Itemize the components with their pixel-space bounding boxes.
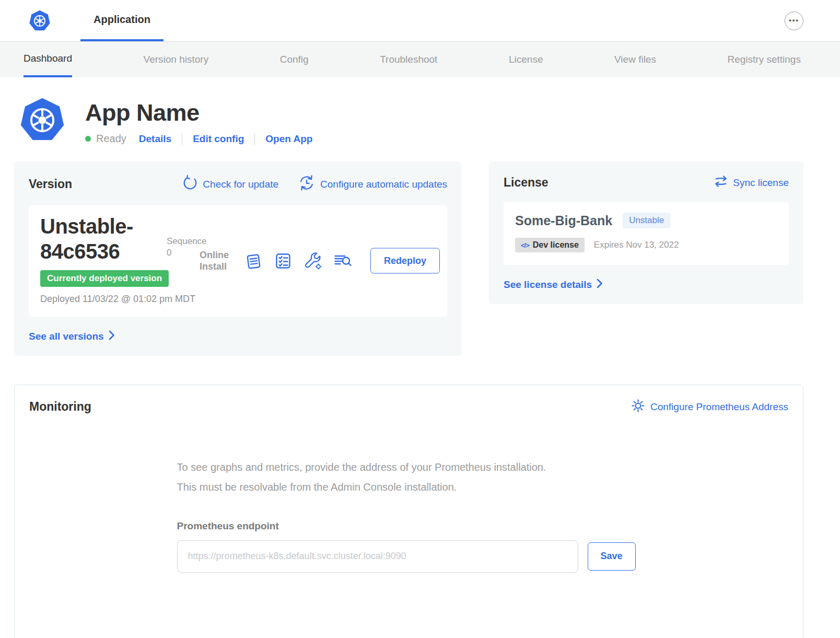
chevron-right-icon	[109, 330, 115, 343]
install-type-label: Online Install	[200, 250, 233, 272]
details-link[interactable]: Details	[139, 133, 171, 145]
sync-license-label: Sync license	[733, 177, 789, 189]
monitoring-actions: Configure Prometheus Address	[631, 399, 788, 415]
tab-view-files[interactable]: View files	[614, 42, 656, 77]
page-title: App Name	[85, 99, 312, 126]
see-all-versions-label: See all versions	[29, 331, 104, 342]
monitoring-card: Monitoring Co	[14, 385, 803, 638]
open-app-link[interactable]: Open App	[265, 133, 312, 145]
more-menu-button[interactable]: •••	[785, 11, 803, 30]
monitoring-description-2: This must be resolvable from the Admin C…	[177, 481, 641, 493]
version-card-actions: Check for update Configur	[182, 175, 447, 194]
save-button[interactable]: Save	[588, 542, 636, 571]
view-deploy-logs-button[interactable]	[333, 251, 352, 270]
license-card-title: License	[504, 176, 549, 190]
prometheus-endpoint-label: Prometheus endpoint	[177, 520, 641, 532]
see-all-versions-link[interactable]: See all versions	[29, 330, 115, 343]
sequence-label: Sequence	[167, 236, 207, 247]
wrench-gear-icon	[304, 264, 322, 272]
release-notes-button[interactable]	[244, 251, 263, 270]
license-expiry: Expires Nov 13, 2022	[594, 240, 679, 250]
license-card-actions: Sync license	[714, 175, 789, 191]
configure-automatic-updates-link[interactable]: Configure automatic updates	[298, 175, 447, 194]
check-for-update-label: Check for update	[203, 179, 278, 190]
divider	[182, 133, 182, 145]
current-version-panel: Unstable-84c6536 Sequence 0 Currently de…	[29, 205, 447, 317]
deployed-timestamp: Deployed 11/03/22 @ 01:02 pm MDT	[40, 293, 207, 305]
tab-config[interactable]: Config	[280, 42, 309, 77]
tab-application-label: Application	[94, 14, 150, 26]
monitoring-body: To see graphs and metrics, provide the a…	[177, 461, 641, 573]
tab-dashboard[interactable]: Dashboard	[24, 42, 72, 77]
configure-prometheus-label: Configure Prometheus Address	[650, 401, 788, 413]
version-card: Version Check for update	[14, 161, 462, 356]
version-card-title: Version	[29, 177, 72, 191]
code-icon: </>	[521, 241, 529, 249]
auto-update-schedule-icon	[298, 175, 315, 194]
channel-badge: Unstable	[623, 213, 670, 228]
refresh-icon	[182, 175, 197, 193]
version-label: Unstable-84c6536	[40, 214, 155, 264]
configure-prometheus-link[interactable]: Configure Prometheus Address	[631, 399, 788, 415]
license-customer-row: Some-Big-Bank Unstable	[515, 213, 777, 228]
status-dot-icon	[85, 136, 91, 142]
license-type-label: Dev license	[533, 240, 579, 250]
tab-troubleshoot[interactable]: Troubleshoot	[380, 42, 437, 77]
checklist-icon	[274, 264, 293, 272]
sync-license-link[interactable]: Sync license	[714, 175, 789, 191]
app-title-block: App Name Ready Details Edit config Open …	[85, 97, 312, 145]
tab-application[interactable]: Application	[80, 0, 164, 41]
check-for-update-link[interactable]: Check for update	[182, 175, 278, 194]
ellipsis-icon: •••	[789, 16, 799, 24]
license-panel: Some-Big-Bank Unstable </> Dev license E…	[504, 202, 789, 265]
currently-deployed-badge: Currently deployed version	[40, 270, 169, 287]
dashboard-content: App Name Ready Details Edit config Open …	[0, 97, 840, 638]
tab-license[interactable]: License	[509, 42, 543, 77]
license-type-row: </> Dev license Expires Nov 13, 2022	[515, 238, 777, 252]
status-text: Ready	[96, 133, 126, 145]
kubernetes-logo-icon	[29, 10, 51, 32]
redeploy-button[interactable]: Redeploy	[370, 248, 440, 274]
customer-name: Some-Big-Bank	[515, 213, 612, 228]
see-license-details-label: See license details	[504, 279, 592, 291]
app-logo-icon	[19, 97, 65, 143]
chevron-right-icon	[597, 279, 603, 291]
tab-version-history[interactable]: Version history	[144, 42, 209, 77]
app-status-row: Ready Details Edit config Open App	[85, 133, 312, 145]
top-app-bar: Application •••	[0, 0, 840, 42]
app-config-button[interactable]	[304, 251, 322, 270]
license-card-header: License Sync license	[504, 175, 789, 191]
topbar-spacer	[164, 0, 785, 41]
edit-config-link[interactable]: Edit config	[193, 133, 244, 145]
gear-icon	[631, 399, 645, 415]
configure-automatic-updates-label: Configure automatic updates	[320, 179, 447, 190]
divider	[254, 133, 255, 145]
prometheus-endpoint-input[interactable]	[177, 540, 578, 573]
version-actions: Online Install	[200, 248, 440, 274]
release-notes-icon	[244, 264, 263, 272]
cards-row: Version Check for update	[14, 161, 803, 356]
tab-registry-settings[interactable]: Registry settings	[727, 42, 800, 77]
app-section-nav: Dashboard Version history Config Trouble…	[0, 42, 840, 77]
license-type-badge: </> Dev license	[515, 238, 585, 252]
app-header: App Name Ready Details Edit config Open …	[14, 97, 803, 145]
monitoring-title: Monitoring	[29, 400, 91, 414]
version-card-header: Version Check for update	[29, 175, 447, 194]
endpoint-input-row: Save	[177, 540, 641, 573]
preflight-checks-button[interactable]	[274, 251, 293, 270]
logs-search-icon	[333, 264, 352, 272]
see-license-details-link[interactable]: See license details	[504, 279, 603, 291]
license-card: License Sync license	[489, 161, 803, 304]
sync-arrows-icon	[714, 175, 728, 191]
monitoring-header: Monitoring Co	[29, 399, 788, 415]
monitoring-description-1: To see graphs and metrics, provide the a…	[177, 461, 641, 473]
